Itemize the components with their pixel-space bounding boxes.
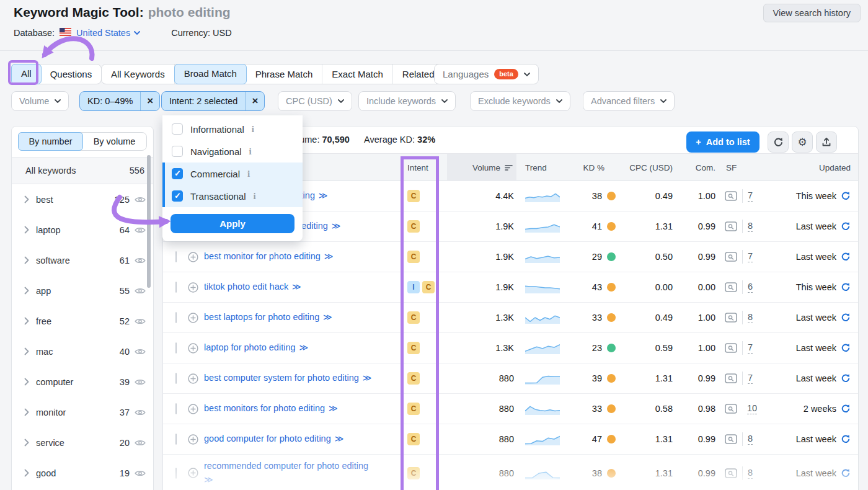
add-keyword-icon[interactable] [188, 252, 198, 262]
tab-all[interactable]: All [11, 64, 42, 84]
column-updated[interactable]: Updated [757, 154, 859, 181]
expand-keyword-icon[interactable]: ≫ [334, 434, 343, 443]
all-keywords-header[interactable]: All keywords 556 [12, 157, 153, 184]
intent-option[interactable]: Informational i [162, 118, 303, 140]
keyword-link[interactable]: tiktok photo edit hack ≫ [204, 280, 300, 294]
expand-keyword-icon[interactable]: ≫ [317, 190, 327, 200]
filter-pill[interactable]: Exclude keywords [470, 91, 570, 111]
serp-icon[interactable] [725, 468, 737, 478]
sf-value[interactable]: 7 [748, 190, 753, 202]
row-checkbox[interactable] [175, 342, 177, 354]
filter-pill[interactable]: Volume [11, 91, 69, 111]
refresh-metrics-icon[interactable] [841, 313, 851, 323]
column-volume[interactable]: Volume [447, 154, 516, 181]
keyword-group-row[interactable]: monitor 37 [12, 397, 153, 427]
filter-pill[interactable]: Include keywords [358, 91, 456, 111]
keyword-link[interactable]: best monitors for photo editing ≫ [204, 402, 337, 416]
keyword-link[interactable]: recommended computer for photo editing ≫ [204, 460, 373, 487]
add-keyword-icon[interactable] [188, 404, 198, 414]
refresh-metrics-icon[interactable] [841, 434, 851, 444]
sf-value[interactable]: 8 [748, 434, 753, 445]
column-com[interactable]: Com. [675, 154, 717, 181]
keyword-link[interactable]: best monitor for photo editing ≫ [204, 250, 332, 264]
keyword-group-row[interactable]: mac 40 [12, 336, 153, 367]
add-keyword-icon[interactable] [188, 373, 198, 384]
keyword-link[interactable]: good computer for photo editing ≫ [204, 432, 342, 446]
sidebar-scrollbar[interactable] [147, 155, 151, 288]
intent-option[interactable]: Transactional i [162, 185, 303, 207]
column-cpc[interactable]: CPC (USD) [621, 154, 675, 181]
serp-icon[interactable] [725, 282, 737, 292]
tab-broad-match[interactable]: Broad Match [174, 64, 247, 84]
sf-value[interactable]: 7 [748, 342, 753, 354]
eye-icon[interactable] [135, 196, 146, 203]
row-checkbox[interactable] [175, 403, 177, 414]
refresh-button[interactable] [768, 131, 789, 153]
column-trend[interactable]: Trend [516, 154, 571, 181]
tab-phrase-match[interactable]: Phrase Match [246, 65, 323, 84]
sf-value[interactable]: 10 [747, 403, 757, 414]
expand-keyword-icon[interactable]: ≫ [323, 251, 332, 261]
serp-icon[interactable] [725, 343, 737, 353]
keyword-group-row[interactable]: good 19 [12, 458, 153, 488]
filter-pill[interactable]: Advanced filters [583, 91, 675, 111]
keyword-group-row[interactable]: free 52 [12, 306, 153, 336]
refresh-metrics-icon[interactable] [841, 191, 851, 201]
row-checkbox[interactable] [175, 434, 177, 445]
keyword-group-row[interactable]: software 61 [12, 245, 153, 275]
add-keyword-icon[interactable] [188, 468, 198, 478]
keyword-group-row[interactable]: laptop 64 [12, 215, 153, 245]
refresh-metrics-icon[interactable] [841, 282, 851, 292]
keyword-link[interactable]: best laptops for photo editing ≫ [204, 311, 331, 324]
add-keyword-icon[interactable] [188, 282, 198, 293]
serp-icon[interactable] [725, 221, 737, 231]
keyword-group-row[interactable]: computer 39 [12, 367, 153, 397]
expand-keyword-icon[interactable]: ≫ [204, 474, 212, 484]
eye-icon[interactable] [135, 348, 146, 355]
close-icon[interactable]: × [140, 92, 159, 110]
refresh-metrics-icon[interactable] [841, 343, 851, 353]
sf-value[interactable]: 8 [748, 312, 753, 323]
refresh-metrics-icon[interactable] [841, 373, 851, 383]
refresh-metrics-icon[interactable] [841, 468, 851, 478]
keyword-group-row[interactable]: app 55 [12, 275, 153, 306]
filter-pill[interactable]: Intent: 2 selected × [161, 91, 265, 111]
sf-value[interactable]: 6 [748, 282, 753, 293]
export-button[interactable] [816, 131, 837, 153]
view-search-history-button[interactable]: View search history [763, 4, 861, 22]
row-checkbox[interactable] [175, 282, 177, 293]
filter-pill[interactable]: CPC (USD) [278, 91, 352, 111]
sidebar-sort-option[interactable]: By volume [82, 133, 146, 150]
sf-value[interactable]: 7 [748, 373, 753, 384]
add-keyword-icon[interactable] [188, 313, 198, 323]
expand-keyword-icon[interactable]: ≫ [361, 373, 371, 383]
intent-option[interactable]: Commercial i [162, 163, 303, 185]
keyword-group-row[interactable]: service 20 [12, 427, 153, 458]
database-select[interactable]: United States [76, 28, 140, 38]
column-intent[interactable]: Intent [397, 154, 447, 181]
eye-icon[interactable] [135, 287, 146, 295]
eye-icon[interactable] [135, 378, 146, 386]
serp-icon[interactable] [725, 373, 737, 383]
serp-icon[interactable] [725, 434, 737, 444]
expand-keyword-icon[interactable]: ≫ [291, 282, 300, 292]
checkbox[interactable] [172, 190, 183, 202]
serp-icon[interactable] [725, 252, 737, 262]
close-icon[interactable]: × [245, 92, 264, 110]
expand-keyword-icon[interactable]: ≫ [327, 403, 337, 413]
eye-icon[interactable] [135, 257, 146, 264]
expand-keyword-icon[interactable]: ≫ [322, 312, 331, 322]
eye-icon[interactable] [135, 439, 146, 447]
tab-all-keywords[interactable]: All Keywords [102, 65, 175, 84]
checkbox[interactable] [172, 168, 183, 179]
row-checkbox[interactable] [175, 251, 177, 262]
keyword-link[interactable]: laptop for photo editing ≫ [204, 341, 307, 355]
tab-exact-match[interactable]: Exact Match [322, 65, 393, 84]
sf-value[interactable]: 7 [748, 251, 753, 262]
languages-dropdown[interactable]: Languages beta [434, 64, 539, 84]
eye-icon[interactable] [135, 318, 146, 325]
serp-icon[interactable] [725, 313, 737, 323]
refresh-metrics-icon[interactable] [841, 221, 851, 231]
add-keyword-icon[interactable] [188, 343, 198, 354]
intent-option[interactable]: Navigational i [162, 140, 303, 163]
